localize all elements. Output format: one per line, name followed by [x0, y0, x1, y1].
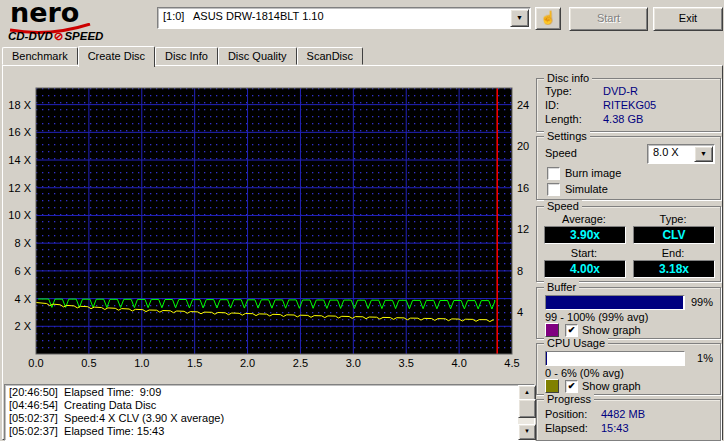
tab-bar: Benchmark Create Disc Disc Info Disc Qua…: [2, 44, 363, 65]
cpu-usage-bar: [545, 351, 685, 366]
disc-id-label: ID:: [545, 99, 559, 111]
buffer-group: Buffer 99% 99 - 100% (99% avg) ✔ Show gr…: [536, 287, 721, 339]
svg-text:4.5: 4.5: [504, 357, 519, 369]
settings-group: Settings Speed 8.0 X ▼ Burn image Simula…: [536, 136, 721, 200]
log-scrollbar[interactable]: ▲ ▼: [518, 385, 534, 440]
svg-text:20: 20: [517, 140, 529, 152]
svg-text:4.0: 4.0: [451, 357, 466, 369]
arrow-down-icon: ▼: [524, 428, 530, 434]
svg-text:6 X: 6 X: [14, 265, 31, 277]
cpu-graph-color-swatch: [545, 379, 559, 393]
scroll-down-button[interactable]: ▼: [518, 424, 536, 440]
svg-text:1.5: 1.5: [187, 357, 202, 369]
disc-type-label: Type:: [545, 85, 572, 97]
disc-length-label: Length:: [545, 113, 582, 125]
start-label: Start:: [544, 247, 624, 259]
chevron-down-icon: ▼: [516, 14, 523, 21]
speed-select[interactable]: 8.0 X ▼: [647, 144, 715, 164]
svg-text:4 X: 4 X: [14, 293, 31, 305]
buffer-level-fill: [546, 296, 683, 309]
svg-text:12 X: 12 X: [8, 182, 31, 194]
start-button[interactable]: Start: [569, 7, 648, 31]
log-line: [04:46:54] Creating Data Disc: [5, 399, 517, 412]
tab-disc-quality[interactable]: Disc Quality: [218, 47, 297, 65]
hand-icon: ☝: [540, 10, 556, 25]
svg-text:10 X: 10 X: [8, 209, 31, 221]
progress-group: Progress Position: 4482 MB Elapsed: 15:4…: [536, 399, 721, 441]
progress-title: Progress: [544, 393, 594, 405]
svg-text:8: 8: [517, 265, 523, 277]
speed-select-value: 8.0 X: [653, 146, 679, 158]
nero-cd-dvd-speed-window: nero CD-DVD⊘SPEED [1:0] ASUS DRW-1814BLT…: [0, 0, 724, 441]
speed-title: Speed: [544, 200, 582, 212]
disc-info-group: Disc info Type: DVD-R ID: RITEKG05 Lengt…: [536, 78, 721, 132]
svg-text:16: 16: [517, 182, 529, 194]
disc-id-value: RITEKG05: [603, 99, 656, 111]
disc-info-title: Disc info: [544, 72, 592, 84]
simulate-checkbox[interactable]: [547, 183, 560, 196]
log-line: [20:46:50] Elapsed Time: 9:09: [5, 386, 517, 399]
svg-text:14 X: 14 X: [8, 154, 31, 166]
buffer-level-bar: [545, 295, 685, 310]
pointer-tool-button[interactable]: ☝: [535, 7, 561, 30]
slashed-disc-icon: ⊘: [53, 30, 65, 42]
speed-type-display: CLV: [633, 226, 715, 244]
drive-select-arrow-button[interactable]: ▼: [510, 9, 529, 27]
buffer-show-graph-checkbox[interactable]: ✔: [565, 324, 578, 337]
logo-subtitle: CD-DVD⊘SPEED: [8, 29, 103, 43]
position-value: 4482 MB: [601, 408, 645, 420]
svg-text:2.5: 2.5: [293, 357, 308, 369]
logo-subtitle-right: SPEED: [64, 30, 103, 42]
cpu-usage-group: CPU Usage 1% 0 - 6% (0% avg) ✔ Show grap…: [536, 343, 721, 395]
svg-text:3.0: 3.0: [346, 357, 361, 369]
start-speed-display: 4.00x: [544, 260, 626, 278]
log-panel: [20:46:50] Elapsed Time: 9:09 [04:46:54]…: [4, 384, 535, 441]
tab-scandisc[interactable]: ScanDisc: [297, 47, 363, 65]
simulate-label: Simulate: [565, 183, 608, 195]
arrow-up-icon: ▲: [524, 389, 530, 395]
tab-disc-info[interactable]: Disc Info: [155, 47, 218, 65]
logo-subtitle-left: CD-DVD: [8, 30, 53, 42]
log-line: [05:02:37] Speed:4 X CLV (3.90 X average…: [5, 412, 517, 425]
end-speed-display: 3.18x: [633, 260, 715, 278]
write-speed-chart: 18 X16 X14 X12 X10 X8 X6 X4 X2 X24201612…: [4, 72, 534, 376]
cpu-show-graph-checkbox[interactable]: ✔: [565, 380, 578, 393]
tab-benchmark[interactable]: Benchmark: [2, 47, 78, 65]
burn-image-label: Burn image: [565, 167, 621, 179]
svg-text:4: 4: [517, 306, 523, 318]
buffer-percent: 99%: [691, 296, 713, 308]
chevron-down-icon: ▼: [700, 150, 707, 157]
scroll-thumb[interactable]: [518, 399, 536, 418]
svg-text:3.5: 3.5: [399, 357, 414, 369]
svg-text:0.0: 0.0: [28, 357, 43, 369]
speed-select-arrow-button[interactable]: ▼: [694, 146, 713, 162]
elapsed-value: 15:43: [601, 422, 629, 434]
speed-group: Speed Average: Type: 3.90x CLV Start: En…: [536, 206, 721, 282]
burn-image-checkbox[interactable]: [547, 167, 560, 180]
position-label: Position:: [545, 408, 587, 420]
type-label: Type:: [633, 213, 713, 225]
buffer-title: Buffer: [544, 281, 579, 293]
cpu-range-text: 0 - 6% (0% avg): [545, 367, 624, 379]
buffer-range-text: 99 - 100% (99% avg): [545, 311, 648, 323]
log-lines: [20:46:50] Elapsed Time: 9:09 [04:46:54]…: [5, 386, 517, 438]
log-line: [05:02:37] Elapsed Time: 15:43: [5, 425, 517, 438]
svg-text:2.0: 2.0: [240, 357, 255, 369]
elapsed-label: Elapsed:: [545, 422, 588, 434]
svg-text:2 X: 2 X: [14, 320, 31, 332]
buffer-graph-color-swatch: [545, 323, 559, 337]
cpu-show-graph-label: Show graph: [582, 380, 641, 392]
buffer-show-graph-label: Show graph: [582, 324, 641, 336]
cpu-usage-fill: [546, 352, 547, 365]
end-label: End:: [633, 247, 713, 259]
exit-button[interactable]: Exit: [653, 7, 723, 31]
speed-setting-label: Speed: [545, 147, 577, 159]
disc-type-value: DVD-R: [603, 85, 638, 97]
disc-length-value: 4.38 GB: [603, 113, 643, 125]
svg-text:8 X: 8 X: [14, 237, 31, 249]
svg-text:1.0: 1.0: [134, 357, 149, 369]
drive-select[interactable]: [1:0] ASUS DRW-1814BLT 1.10 ▼: [157, 7, 531, 29]
svg-text:24: 24: [517, 99, 529, 111]
tab-create-disc[interactable]: Create Disc: [78, 46, 155, 67]
svg-text:0.5: 0.5: [81, 357, 96, 369]
